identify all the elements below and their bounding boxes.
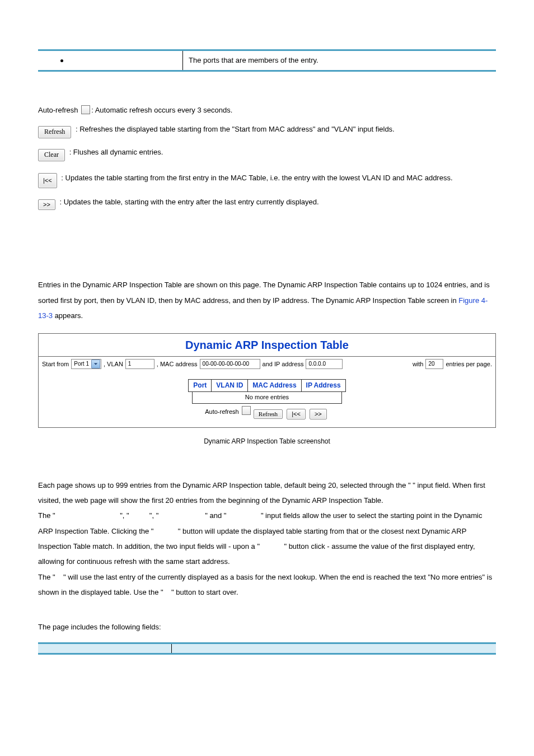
clear-text: : Flushes all dynamic entries. [69,148,163,156]
nav-p2a: The " [38,511,55,520]
vlan-input[interactable]: 1 [125,359,154,369]
bullet-icon [60,59,63,62]
navigation-paragraphs: Each page shows up to 999 entries from t… [38,478,496,600]
bullet-cell [38,50,65,71]
section-spacer [38,249,496,260]
nav-p2b: ", " [120,511,129,520]
mac-input[interactable]: 00-00-00-00-00-00 [200,359,260,369]
table-header-row [38,643,496,654]
fields-header-description [172,643,496,654]
panel-filter-row: Start from Port 1 , VLAN 1 , MAC address… [39,356,495,371]
buttons-section: Auto-refresh : Automatic refresh occurs … [38,105,496,210]
panel-title: Dynamic ARP Inspection Table [39,334,495,356]
next-text: : Updates the table, starting with the e… [59,198,318,206]
fields-header-object [38,643,172,654]
table-row: The ports that are members of the entry. [38,50,496,71]
auto-refresh-panel-label: Auto-refresh [205,408,239,415]
first-line: |<< : Updates the table starting from th… [38,170,496,188]
chevron-down-icon [91,360,100,368]
dynamic-arp-panel: Dynamic ARP Inspection Table Start from … [38,333,496,428]
description-cell: The ports that are members of the entry. [183,50,496,71]
mac-label: , MAC address [157,360,198,368]
vlan-label: , VLAN [104,360,123,368]
intro-text-1: Entries in the Dynamic ARP Inspection Ta… [38,281,490,304]
checkbox-icon[interactable] [242,406,251,415]
header-ip-address: IP Address [301,380,345,392]
intro-text-2: appears. [53,311,83,320]
panel-refresh-button[interactable]: Refresh [254,409,283,419]
with-label: with [413,360,424,368]
port-select[interactable]: Port 1 [71,359,101,369]
panel-bottom-controls: Auto-refresh Refresh |<< >> [39,404,495,424]
panel-next-button[interactable]: >> [310,409,327,419]
description-text: The ports that are members of the entry. [189,56,318,64]
inner-table-headers: Port VLAN ID MAC Address IP Address [188,379,345,392]
auto-refresh-line: Auto-refresh : Automatic refresh occurs … [38,105,496,115]
auto-refresh-text: : Automatic refresh occurs every 3 secon… [91,106,232,114]
nav-p2c: ", " [149,511,158,520]
with-suffix: entries per page. [446,360,492,368]
first-page-button[interactable]: |<< [38,173,57,188]
header-mac-address: MAC Address [248,380,301,392]
first-text: : Updates the table starting from the fi… [61,174,452,182]
header-port: Port [189,380,212,392]
nav-p3a: The " [38,573,55,581]
figure-caption: Dynamic ARP Inspection Table screenshot [38,437,496,446]
next-page-button[interactable]: >> [38,199,55,210]
ip-label: and IP address [263,360,304,368]
clear-line: Clear : Flushes all dynamic entries. [38,147,496,161]
clear-button[interactable]: Clear [38,149,65,161]
inner-table-area: Port VLAN ID MAC Address IP Address No m… [39,371,495,427]
fields-intro: The page includes the following fields: [38,622,496,632]
entries-per-page-input[interactable]: 20 [425,359,443,369]
object-cell [65,50,183,71]
checkbox-icon[interactable] [81,105,90,114]
nav-p1a: Each page shows up to 999 entries from t… [38,481,411,489]
start-from-label: Start from [42,360,69,368]
port-select-value: Port 1 [74,360,89,368]
ip-input[interactable]: 0.0.0.0 [306,359,343,369]
nav-p3c: " button to start over. [171,588,238,596]
no-more-entries: No more entries [192,392,342,403]
fields-table [38,642,496,655]
panel-first-button[interactable]: |<< [287,409,306,419]
next-line: >> : Updates the table, starting with th… [38,197,496,210]
refresh-text: : Refreshes the displayed table starting… [76,125,395,133]
refresh-line: Refresh : Refreshes the displayed table … [38,124,496,138]
members-row-table: The ports that are members of the entry. [38,49,496,72]
nav-p2d: " and " [205,511,226,520]
refresh-button[interactable]: Refresh [38,126,71,138]
auto-refresh-prefix: Auto-refresh [38,106,80,114]
nav-p3b: " will use the last entry of the current… [38,573,492,596]
header-vlan-id: VLAN ID [212,380,248,392]
intro-paragraph: Entries in the Dynamic ARP Inspection Ta… [38,277,496,323]
